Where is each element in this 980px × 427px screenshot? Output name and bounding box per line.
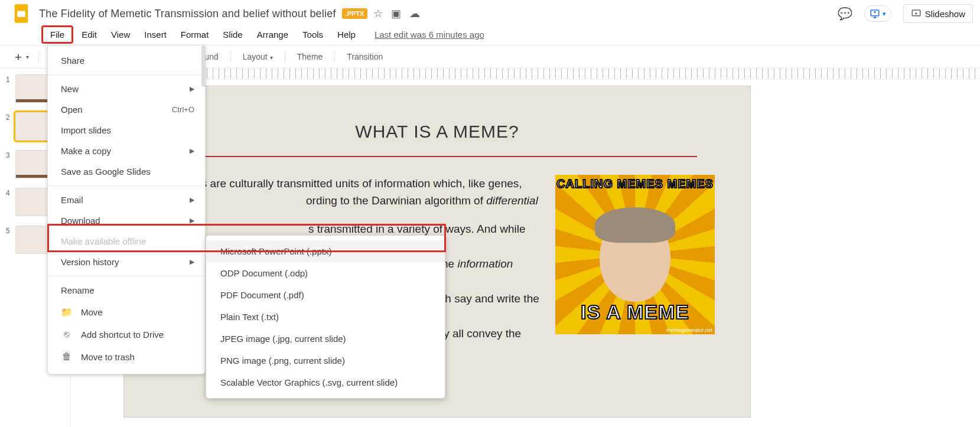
last-edit-status[interactable]: Last edit was 6 minutes ago	[375, 30, 484, 40]
file-share[interactable]: Share	[48, 50, 205, 71]
submenu-arrow-icon: ▶	[190, 85, 194, 93]
transition-button[interactable]: Transition	[341, 50, 389, 64]
new-slide-button[interactable]: ＋▾	[9, 48, 32, 65]
download-jpg[interactable]: JPEG image (.jpg, current slide)	[206, 328, 445, 350]
layout-dropdown[interactable]: Layout	[237, 50, 279, 64]
file-make-copy[interactable]: Make a copy▶	[48, 141, 205, 161]
file-make-offline: Make available offline	[48, 231, 205, 252]
file-save-as-slides[interactable]: Save as Google Slides	[48, 161, 205, 182]
slideshow-button[interactable]: Slideshow	[903, 4, 973, 23]
title-bar: The Fidelity of Memetic Transmission and…	[0, 0, 980, 24]
menu-insert[interactable]: Insert	[138, 26, 172, 43]
file-move[interactable]: 📁Move	[48, 301, 205, 323]
download-odp[interactable]: ODP Document (.odp)	[206, 262, 445, 284]
meme-top-text: CALLING MEMES MEMES	[555, 177, 715, 191]
submenu-arrow-icon: ▶	[190, 196, 194, 204]
file-download[interactable]: Download▶	[48, 210, 205, 231]
pptx-badge: .PPTX	[342, 8, 368, 19]
download-pptx[interactable]: Microsoft PowerPoint (.pptx)	[206, 240, 445, 262]
download-txt[interactable]: Plain Text (.txt)	[206, 306, 445, 328]
thumb-number: 2	[6, 112, 15, 122]
drive-shortcut-icon: ⎋	[61, 328, 73, 340]
download-svg[interactable]: Scalable Vector Graphics (.svg, current …	[206, 371, 445, 393]
file-import-slides[interactable]: Import slides	[48, 120, 205, 141]
move-to-folder-icon[interactable]: ▣	[391, 7, 401, 20]
slides-logo[interactable]	[11, 3, 32, 24]
meme-watermark: memegenerator.net	[666, 327, 712, 333]
menu-arrange[interactable]: Arrange	[251, 26, 294, 43]
menu-edit[interactable]: Edit	[76, 26, 103, 43]
svg-rect-1	[17, 11, 25, 17]
thumb-number: 5	[6, 226, 15, 235]
menu-file[interactable]: File	[41, 25, 73, 44]
menu-format[interactable]: Format	[175, 26, 215, 43]
file-open[interactable]: OpenCtrl+O	[48, 99, 205, 120]
star-icon[interactable]: ☆	[373, 7, 383, 20]
comments-icon[interactable]: 💬	[838, 6, 852, 21]
meme-image: CALLING MEMES MEMES IS A MEME memegenera…	[555, 175, 715, 334]
download-submenu: Microsoft PowerPoint (.pptx) ODP Documen…	[206, 235, 445, 399]
file-new[interactable]: New▶	[48, 79, 205, 99]
menu-view[interactable]: View	[105, 26, 136, 43]
horizontal-ruler	[83, 69, 980, 79]
download-pdf[interactable]: PDF Document (.pdf)	[206, 284, 445, 306]
thumb-number: 3	[6, 150, 15, 159]
meme-bottom-text: IS A MEME	[555, 301, 715, 324]
menu-tools[interactable]: Tools	[297, 26, 329, 43]
theme-button[interactable]: Theme	[291, 50, 329, 64]
file-rename[interactable]: Rename	[48, 280, 205, 301]
submenu-arrow-icon: ▶	[190, 258, 194, 266]
slideshow-label: Slideshow	[925, 9, 965, 19]
file-version-history[interactable]: Version history▶	[48, 252, 205, 272]
cloud-status-icon[interactable]: ☁	[409, 7, 420, 20]
trash-icon: 🗑	[61, 351, 73, 363]
thumb-number: 4	[6, 188, 15, 197]
keyboard-shortcut: Ctrl+O	[172, 105, 194, 114]
present-dropdown[interactable]: ▾	[864, 5, 891, 22]
file-email[interactable]: Email▶	[48, 190, 205, 210]
file-dropdown: Share New▶ OpenCtrl+O Import slides Make…	[47, 45, 206, 374]
menu-help[interactable]: Help	[331, 26, 362, 43]
submenu-arrow-icon: ▶	[190, 217, 194, 224]
file-add-shortcut[interactable]: ⎋Add shortcut to Drive	[48, 323, 205, 345]
file-trash[interactable]: 🗑Move to trash	[48, 345, 205, 368]
menu-slide[interactable]: Slide	[217, 26, 248, 43]
download-png[interactable]: PNG image (.png, current slide)	[206, 350, 445, 371]
slide-title: WHAT IS A MEME?	[159, 122, 715, 142]
document-title[interactable]: The Fidelity of Memetic Transmission and…	[39, 8, 336, 20]
menu-bar: File Edit View Insert Format Slide Arran…	[0, 24, 980, 45]
folder-move-icon: 📁	[61, 306, 73, 318]
thumb-number: 1	[6, 74, 15, 84]
slide-hr	[177, 156, 697, 157]
submenu-arrow-icon: ▶	[190, 147, 194, 155]
